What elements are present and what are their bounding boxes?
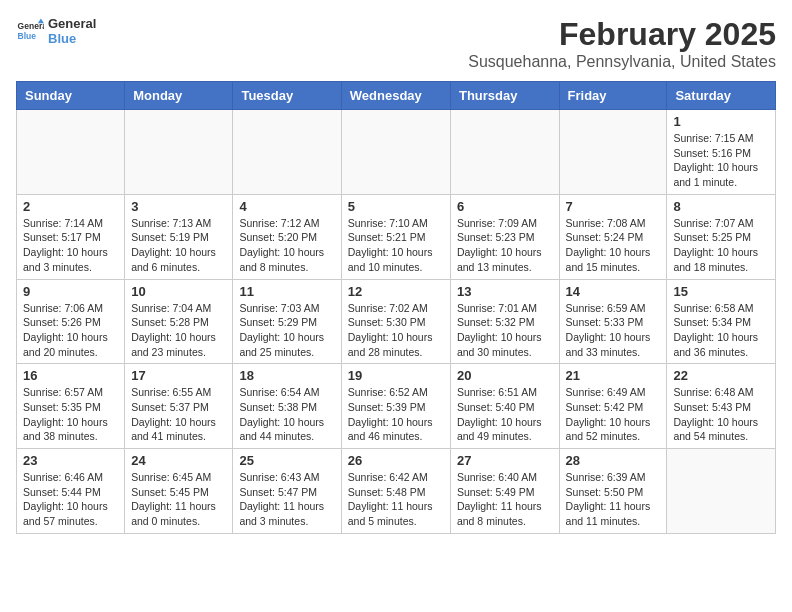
day-info: Sunrise: 7:09 AMSunset: 5:23 PMDaylight:… <box>457 216 553 275</box>
day-info: Sunrise: 6:49 AMSunset: 5:42 PMDaylight:… <box>566 385 661 444</box>
calendar-day-cell: 9Sunrise: 7:06 AMSunset: 5:26 PMDaylight… <box>17 279 125 364</box>
day-info: Sunrise: 7:01 AMSunset: 5:32 PMDaylight:… <box>457 301 553 360</box>
day-info: Sunrise: 6:45 AMSunset: 5:45 PMDaylight:… <box>131 470 226 529</box>
calendar-day-cell <box>450 110 559 195</box>
day-info: Sunrise: 7:07 AMSunset: 5:25 PMDaylight:… <box>673 216 769 275</box>
calendar-day-cell: 5Sunrise: 7:10 AMSunset: 5:21 PMDaylight… <box>341 194 450 279</box>
calendar-day-cell <box>17 110 125 195</box>
day-info: Sunrise: 6:39 AMSunset: 5:50 PMDaylight:… <box>566 470 661 529</box>
day-number: 9 <box>23 284 118 299</box>
day-info: Sunrise: 6:51 AMSunset: 5:40 PMDaylight:… <box>457 385 553 444</box>
day-info: Sunrise: 7:04 AMSunset: 5:28 PMDaylight:… <box>131 301 226 360</box>
day-info: Sunrise: 7:03 AMSunset: 5:29 PMDaylight:… <box>239 301 334 360</box>
day-number: 6 <box>457 199 553 214</box>
weekday-header: Saturday <box>667 82 776 110</box>
calendar-day-cell: 8Sunrise: 7:07 AMSunset: 5:25 PMDaylight… <box>667 194 776 279</box>
day-number: 28 <box>566 453 661 468</box>
day-info: Sunrise: 6:55 AMSunset: 5:37 PMDaylight:… <box>131 385 226 444</box>
day-number: 13 <box>457 284 553 299</box>
weekday-header: Thursday <box>450 82 559 110</box>
day-info: Sunrise: 7:14 AMSunset: 5:17 PMDaylight:… <box>23 216 118 275</box>
day-number: 26 <box>348 453 444 468</box>
day-info: Sunrise: 7:12 AMSunset: 5:20 PMDaylight:… <box>239 216 334 275</box>
calendar-day-cell: 25Sunrise: 6:43 AMSunset: 5:47 PMDayligh… <box>233 449 341 534</box>
calendar-week-row: 16Sunrise: 6:57 AMSunset: 5:35 PMDayligh… <box>17 364 776 449</box>
calendar-table: SundayMondayTuesdayWednesdayThursdayFrid… <box>16 81 776 534</box>
calendar-day-cell: 14Sunrise: 6:59 AMSunset: 5:33 PMDayligh… <box>559 279 667 364</box>
day-info: Sunrise: 6:58 AMSunset: 5:34 PMDaylight:… <box>673 301 769 360</box>
top-bar: General Blue General Blue February 2025 … <box>16 16 776 75</box>
calendar-day-cell: 2Sunrise: 7:14 AMSunset: 5:17 PMDaylight… <box>17 194 125 279</box>
calendar-day-cell: 24Sunrise: 6:45 AMSunset: 5:45 PMDayligh… <box>125 449 233 534</box>
day-info: Sunrise: 6:57 AMSunset: 5:35 PMDaylight:… <box>23 385 118 444</box>
calendar-day-cell: 21Sunrise: 6:49 AMSunset: 5:42 PMDayligh… <box>559 364 667 449</box>
day-number: 18 <box>239 368 334 383</box>
title-section: February 2025 Susquehanna, Pennsylvania,… <box>468 16 776 71</box>
logo-blue: Blue <box>48 31 96 46</box>
day-info: Sunrise: 6:52 AMSunset: 5:39 PMDaylight:… <box>348 385 444 444</box>
day-number: 21 <box>566 368 661 383</box>
generalblue-icon: General Blue <box>16 17 44 45</box>
day-number: 19 <box>348 368 444 383</box>
logo: General Blue General Blue <box>16 16 96 46</box>
day-number: 22 <box>673 368 769 383</box>
day-info: Sunrise: 6:40 AMSunset: 5:49 PMDaylight:… <box>457 470 553 529</box>
day-number: 3 <box>131 199 226 214</box>
calendar-day-cell: 22Sunrise: 6:48 AMSunset: 5:43 PMDayligh… <box>667 364 776 449</box>
day-number: 12 <box>348 284 444 299</box>
calendar-day-cell: 15Sunrise: 6:58 AMSunset: 5:34 PMDayligh… <box>667 279 776 364</box>
day-number: 15 <box>673 284 769 299</box>
day-number: 11 <box>239 284 334 299</box>
calendar-day-cell: 11Sunrise: 7:03 AMSunset: 5:29 PMDayligh… <box>233 279 341 364</box>
weekday-header: Monday <box>125 82 233 110</box>
calendar-day-cell <box>341 110 450 195</box>
day-number: 4 <box>239 199 334 214</box>
weekday-header: Wednesday <box>341 82 450 110</box>
weekday-header: Tuesday <box>233 82 341 110</box>
svg-text:Blue: Blue <box>18 31 37 41</box>
day-info: Sunrise: 6:46 AMSunset: 5:44 PMDaylight:… <box>23 470 118 529</box>
day-info: Sunrise: 7:15 AMSunset: 5:16 PMDaylight:… <box>673 131 769 190</box>
day-number: 7 <box>566 199 661 214</box>
calendar-week-row: 1Sunrise: 7:15 AMSunset: 5:16 PMDaylight… <box>17 110 776 195</box>
day-number: 27 <box>457 453 553 468</box>
calendar-day-cell: 10Sunrise: 7:04 AMSunset: 5:28 PMDayligh… <box>125 279 233 364</box>
day-number: 17 <box>131 368 226 383</box>
calendar-day-cell: 12Sunrise: 7:02 AMSunset: 5:30 PMDayligh… <box>341 279 450 364</box>
calendar-day-cell: 23Sunrise: 6:46 AMSunset: 5:44 PMDayligh… <box>17 449 125 534</box>
day-number: 1 <box>673 114 769 129</box>
calendar-day-cell: 16Sunrise: 6:57 AMSunset: 5:35 PMDayligh… <box>17 364 125 449</box>
location-title: Susquehanna, Pennsylvania, United States <box>468 53 776 71</box>
calendar-day-cell: 28Sunrise: 6:39 AMSunset: 5:50 PMDayligh… <box>559 449 667 534</box>
day-number: 25 <box>239 453 334 468</box>
calendar-day-cell: 7Sunrise: 7:08 AMSunset: 5:24 PMDaylight… <box>559 194 667 279</box>
day-number: 14 <box>566 284 661 299</box>
day-info: Sunrise: 6:42 AMSunset: 5:48 PMDaylight:… <box>348 470 444 529</box>
calendar-day-cell: 4Sunrise: 7:12 AMSunset: 5:20 PMDaylight… <box>233 194 341 279</box>
calendar-day-cell: 19Sunrise: 6:52 AMSunset: 5:39 PMDayligh… <box>341 364 450 449</box>
calendar-day-cell: 17Sunrise: 6:55 AMSunset: 5:37 PMDayligh… <box>125 364 233 449</box>
logo-general: General <box>48 16 96 31</box>
day-number: 2 <box>23 199 118 214</box>
calendar-day-cell: 20Sunrise: 6:51 AMSunset: 5:40 PMDayligh… <box>450 364 559 449</box>
day-info: Sunrise: 6:48 AMSunset: 5:43 PMDaylight:… <box>673 385 769 444</box>
weekday-header: Friday <box>559 82 667 110</box>
calendar-week-row: 9Sunrise: 7:06 AMSunset: 5:26 PMDaylight… <box>17 279 776 364</box>
calendar-day-cell: 1Sunrise: 7:15 AMSunset: 5:16 PMDaylight… <box>667 110 776 195</box>
calendar-week-row: 23Sunrise: 6:46 AMSunset: 5:44 PMDayligh… <box>17 449 776 534</box>
day-number: 16 <box>23 368 118 383</box>
day-info: Sunrise: 7:06 AMSunset: 5:26 PMDaylight:… <box>23 301 118 360</box>
day-number: 8 <box>673 199 769 214</box>
day-number: 24 <box>131 453 226 468</box>
day-info: Sunrise: 7:10 AMSunset: 5:21 PMDaylight:… <box>348 216 444 275</box>
day-info: Sunrise: 7:02 AMSunset: 5:30 PMDaylight:… <box>348 301 444 360</box>
calendar-day-cell <box>559 110 667 195</box>
calendar-day-cell: 27Sunrise: 6:40 AMSunset: 5:49 PMDayligh… <box>450 449 559 534</box>
calendar-week-row: 2Sunrise: 7:14 AMSunset: 5:17 PMDaylight… <box>17 194 776 279</box>
day-info: Sunrise: 6:43 AMSunset: 5:47 PMDaylight:… <box>239 470 334 529</box>
weekday-header: Sunday <box>17 82 125 110</box>
calendar-day-cell: 6Sunrise: 7:09 AMSunset: 5:23 PMDaylight… <box>450 194 559 279</box>
day-info: Sunrise: 6:59 AMSunset: 5:33 PMDaylight:… <box>566 301 661 360</box>
day-number: 23 <box>23 453 118 468</box>
day-info: Sunrise: 6:54 AMSunset: 5:38 PMDaylight:… <box>239 385 334 444</box>
